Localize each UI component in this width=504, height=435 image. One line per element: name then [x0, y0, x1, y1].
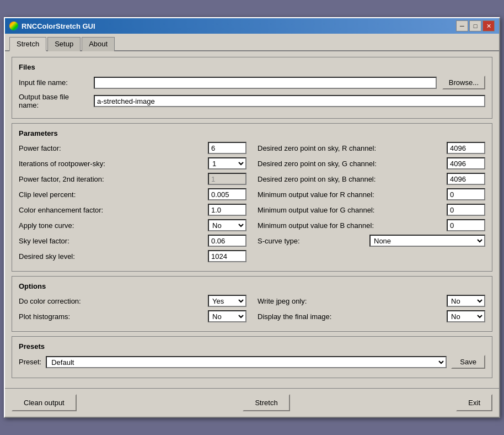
plot-histograms-label: Plot histograms: [19, 312, 205, 321]
min-g-label: Minimum output value for G channel: [258, 206, 443, 214]
color-correction-label: Do color correction: [19, 297, 205, 305]
tab-stretch[interactable]: Stretch [9, 37, 46, 51]
power-factor-row: Power factor: [19, 142, 246, 154]
zero-g-row: Desired zero point on sky, G channel: [258, 157, 485, 169]
options-left: Do color correction: YesNo Plot histogra… [19, 295, 246, 326]
title-bar: RNCColorStretch GUI ─ □ ✕ [5, 18, 499, 34]
power2-input [208, 173, 246, 185]
clip-level-label: Clip level percent: [19, 190, 205, 199]
clean-output-button[interactable]: Clean output [12, 394, 77, 411]
clip-level-input[interactable] [208, 188, 246, 200]
sky-level-factor-input[interactable] [208, 235, 246, 247]
display-final-select[interactable]: NoYes [447, 310, 485, 322]
preset-label: Preset: [19, 358, 41, 366]
iterations-label: Iterations of rootpower-sky: [19, 160, 205, 168]
main-window: RNCColorStretch GUI ─ □ ✕ Stretch Setup … [4, 17, 500, 418]
min-r-label: Minimum output value for R channel: [258, 190, 443, 199]
color-enhance-input[interactable] [208, 204, 246, 216]
tone-curve-select[interactable]: NoYes [208, 219, 246, 231]
write-jpeg-label: Write jpeg only: [258, 297, 443, 305]
input-file-input[interactable] [94, 77, 437, 89]
window-title: RNCColorStretch GUI [22, 22, 95, 30]
zero-g-label: Desired zero point on sky, G channel: [258, 160, 443, 168]
options-title: Options [19, 282, 485, 290]
power2-row: Power factor, 2nd iteration: [19, 173, 246, 185]
zero-b-row: Desired zero point on sky, B channel: [258, 173, 485, 185]
power-factor-label: Power factor: [19, 144, 205, 152]
presets-section: Presets Preset: DefaultCustom Save [12, 336, 492, 378]
input-file-row: Input file name: Browse... [19, 76, 485, 89]
options-section: Options Do color correction: YesNo Plot … [12, 276, 492, 332]
output-file-input[interactable] [94, 95, 485, 107]
min-b-row: Minimum output value for B channel: [258, 219, 485, 231]
tone-curve-label: Apply tone curve: [19, 221, 205, 230]
params-right: Desired zero point on sky, R channel: De… [258, 142, 485, 266]
clip-level-row: Clip level percent: [19, 188, 246, 200]
save-button[interactable]: Save [451, 355, 485, 369]
close-button[interactable]: ✕ [482, 20, 495, 31]
desired-sky-row: Desired sky level: [19, 250, 246, 262]
scurve-select[interactable]: NoneMildModerateStrong [369, 235, 485, 247]
params-left: Power factor: Iterations of rootpower-sk… [19, 142, 246, 266]
output-file-row: Output base file name: [19, 93, 485, 109]
zero-r-label: Desired zero point on sky, R channel: [258, 144, 443, 152]
tab-about[interactable]: About [82, 37, 115, 51]
min-g-input[interactable] [447, 204, 485, 216]
exit-button[interactable]: Exit [456, 394, 492, 411]
plot-histograms-row: Plot histograms: NoYes [19, 310, 246, 322]
preset-select[interactable]: DefaultCustom [46, 356, 447, 368]
app-icon [9, 22, 18, 30]
display-final-row: Display the final image: NoYes [258, 310, 485, 322]
power-factor-input[interactable] [208, 142, 246, 154]
sky-level-factor-row: Sky level factor: [19, 235, 246, 247]
sky-level-factor-label: Sky level factor: [19, 237, 205, 245]
params-grid: Power factor: Iterations of rootpower-sk… [19, 142, 485, 266]
color-enhance-row: Color enhancement factor: [19, 204, 246, 216]
tone-curve-row: Apply tone curve: NoYes [19, 219, 246, 231]
bottom-bar: Clean output Stretch Exit [5, 388, 499, 417]
desired-sky-label: Desired sky level: [19, 252, 205, 261]
color-enhance-label: Color enhancement factor: [19, 206, 205, 214]
write-jpeg-row: Write jpeg only: NoYes [258, 295, 485, 307]
min-b-input[interactable] [447, 219, 485, 231]
minimize-button[interactable]: ─ [456, 20, 468, 31]
files-section: Files Input file name: Browse... Output … [12, 57, 492, 119]
zero-b-label: Desired zero point on sky, B channel: [258, 175, 443, 183]
title-bar-left: RNCColorStretch GUI [9, 22, 95, 30]
maximize-button[interactable]: □ [469, 20, 481, 31]
display-final-label: Display the final image: [258, 312, 443, 321]
browse-button[interactable]: Browse... [442, 76, 485, 89]
scurve-row: S-curve type: NoneMildModerateStrong [258, 235, 485, 247]
iterations-row: Iterations of rootpower-sky: 12345 [19, 157, 246, 169]
options-grid: Do color correction: YesNo Plot histogra… [19, 295, 485, 326]
color-correction-row: Do color correction: YesNo [19, 295, 246, 307]
tab-bar: Stretch Setup About [5, 34, 499, 51]
options-right: Write jpeg only: NoYes Display the final… [258, 295, 485, 326]
zero-r-input[interactable] [447, 142, 485, 154]
plot-histograms-select[interactable]: NoYes [208, 310, 246, 322]
zero-r-row: Desired zero point on sky, R channel: [258, 142, 485, 154]
title-buttons: ─ □ ✕ [456, 20, 495, 31]
write-jpeg-select[interactable]: NoYes [447, 295, 485, 307]
parameters-section: Parameters Power factor: Iterations of r… [12, 123, 492, 272]
zero-g-input[interactable] [447, 157, 485, 169]
output-file-label: Output base file name: [19, 93, 90, 109]
files-title: Files [19, 63, 485, 71]
min-r-row: Minimum output value for R channel: [258, 188, 485, 200]
scurve-label: S-curve type: [258, 237, 366, 245]
iterations-select[interactable]: 12345 [208, 157, 246, 169]
stretch-button[interactable]: Stretch [243, 394, 289, 411]
min-b-label: Minimum output value for B channel: [258, 221, 443, 230]
input-file-label: Input file name: [19, 78, 90, 87]
power2-label: Power factor, 2nd iteration: [19, 175, 205, 183]
parameters-title: Parameters [19, 129, 485, 137]
color-correction-select[interactable]: YesNo [208, 295, 246, 307]
presets-row: Preset: DefaultCustom Save [19, 355, 485, 369]
min-g-row: Minimum output value for G channel: [258, 204, 485, 216]
main-content: Files Input file name: Browse... Output … [5, 51, 499, 388]
presets-title: Presets [19, 342, 485, 351]
zero-b-input[interactable] [447, 173, 485, 185]
min-r-input[interactable] [447, 188, 485, 200]
desired-sky-input[interactable] [208, 250, 246, 262]
tab-setup[interactable]: Setup [47, 37, 81, 51]
